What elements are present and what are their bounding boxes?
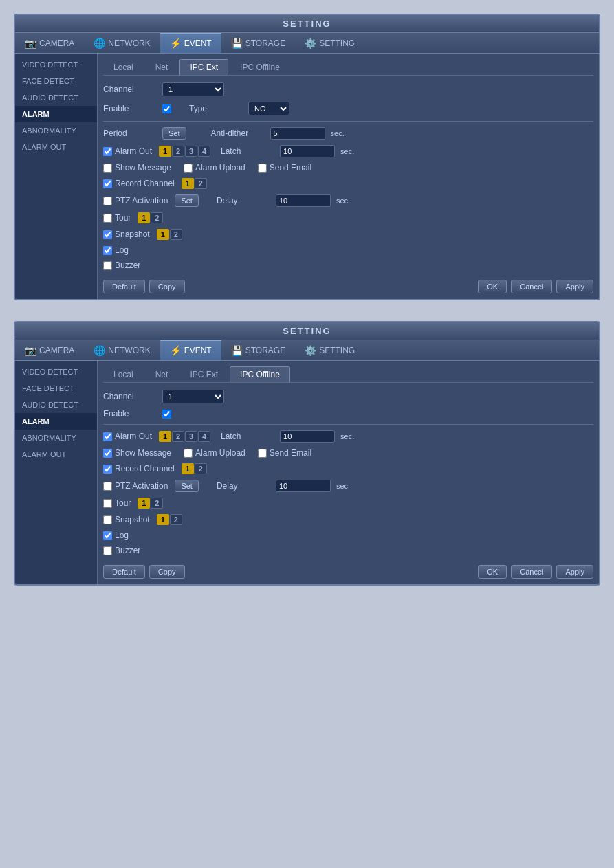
tour-num-2[interactable]: 2 (151, 212, 163, 223)
alarm-upload-checkbox[interactable] (184, 449, 193, 458)
sub-tab-net[interactable]: Net (145, 366, 179, 382)
sidebar-item-alarm[interactable]: ALARM (15, 106, 97, 122)
channel-select[interactable]: 1 (162, 390, 224, 403)
default-button[interactable]: Default (103, 565, 145, 579)
nav-tab-camera[interactable]: 📷 CAMERA (15, 34, 84, 53)
period-set-button[interactable]: Set (162, 127, 186, 140)
ptz-label[interactable]: PTZ Activation (103, 481, 168, 491)
record-num-2[interactable]: 2 (195, 178, 207, 189)
alarm-out-num-4[interactable]: 4 (198, 431, 210, 442)
tour-label[interactable]: Tour (103, 498, 131, 508)
record-channel-checkbox[interactable] (103, 465, 112, 474)
apply-button[interactable]: Apply (556, 280, 593, 293)
snapshot-num-2[interactable]: 2 (170, 229, 182, 240)
ptz-checkbox[interactable] (103, 197, 112, 205)
ptz-set-button[interactable]: Set (175, 194, 199, 207)
sidebar-item-alarm-out[interactable]: ALARM OUT (15, 139, 97, 155)
alarm-out-num-1[interactable]: 1 (159, 431, 171, 442)
ok-button[interactable]: OK (478, 280, 507, 293)
log-checkbox[interactable] (103, 531, 112, 540)
sidebar-item-audio-detect[interactable]: AUDIO DETECT (15, 397, 97, 413)
tour-checkbox[interactable] (103, 214, 112, 223)
tour-checkbox[interactable] (103, 499, 112, 508)
ok-button[interactable]: OK (478, 565, 507, 579)
log-label[interactable]: Log (103, 245, 129, 255)
send-email-checkbox[interactable] (258, 449, 267, 458)
type-select[interactable]: NO (248, 102, 289, 115)
nav-tab-network[interactable]: 🌐 NETWORK (84, 34, 160, 53)
sidebar-item-video-detect[interactable]: VIDEO DETECT (15, 364, 97, 380)
sub-tab-ipc-offline[interactable]: IPC Offline (230, 59, 290, 75)
alarm-out-num-2[interactable]: 2 (172, 431, 184, 442)
sidebar-item-abnormality[interactable]: ABNORMALITY (15, 430, 97, 446)
sidebar-item-face-detect[interactable]: FACE DETECT (15, 380, 97, 397)
alarm-out-checkbox-label[interactable]: Alarm Out (103, 146, 152, 156)
buzzer-checkbox[interactable] (103, 546, 112, 555)
sidebar-item-alarm[interactable]: ALARM (15, 413, 97, 430)
snapshot-checkbox[interactable] (103, 515, 112, 524)
sidebar-item-face-detect[interactable]: FACE DETECT (15, 73, 97, 89)
latch-input[interactable] (280, 430, 335, 443)
latch-input[interactable] (280, 145, 335, 157)
delay-input[interactable] (276, 480, 331, 492)
tour-label[interactable]: Tour (103, 213, 131, 223)
default-button[interactable]: Default (103, 280, 145, 293)
alarm-out-num-2[interactable]: 2 (172, 146, 184, 157)
record-num-2[interactable]: 2 (195, 463, 207, 474)
nav-tab-camera[interactable]: 📷 CAMERA (15, 341, 84, 360)
anti-dither-input[interactable] (270, 127, 325, 140)
alarm-out-checkbox[interactable] (103, 147, 112, 156)
alarm-out-num-1[interactable]: 1 (159, 146, 171, 157)
alarm-out-num-3[interactable]: 3 (185, 431, 197, 442)
buzzer-label[interactable]: Buzzer (103, 260, 140, 270)
alarm-out-checkbox[interactable] (103, 432, 112, 441)
record-num-1[interactable]: 1 (182, 463, 194, 474)
show-message-label[interactable]: Show Message (103, 163, 171, 173)
record-channel-checkbox[interactable] (103, 179, 112, 188)
nav-tab-storage[interactable]: 💾 STORAGE (221, 34, 295, 53)
buzzer-label[interactable]: Buzzer (103, 546, 140, 555)
tour-num-1[interactable]: 1 (138, 498, 150, 509)
sidebar-item-video-detect[interactable]: VIDEO DETECT (15, 56, 97, 73)
snapshot-label[interactable]: Snapshot (103, 230, 150, 239)
sidebar-item-alarm-out[interactable]: ALARM OUT (15, 446, 97, 463)
nav-tab-network[interactable]: 🌐 NETWORK (84, 341, 160, 360)
buzzer-checkbox[interactable] (103, 261, 112, 270)
record-num-1[interactable]: 1 (182, 178, 194, 189)
enable-checkbox[interactable] (162, 104, 171, 113)
show-message-checkbox[interactable] (103, 164, 112, 173)
apply-button[interactable]: Apply (556, 565, 593, 579)
channel-select[interactable]: 1 (162, 82, 224, 96)
send-email-checkbox[interactable] (258, 164, 267, 173)
snapshot-num-2[interactable]: 2 (170, 514, 182, 525)
sidebar-item-audio-detect[interactable]: AUDIO DETECT (15, 89, 97, 106)
snapshot-checkbox[interactable] (103, 230, 112, 239)
alarm-upload-checkbox[interactable] (184, 164, 193, 173)
alarm-out-num-3[interactable]: 3 (185, 146, 197, 157)
copy-button[interactable]: Copy (149, 565, 185, 579)
alarm-upload-label[interactable]: Alarm Upload (184, 448, 245, 458)
ptz-checkbox[interactable] (103, 482, 112, 491)
sub-tab-ipc-ext[interactable]: IPC Ext (179, 59, 228, 75)
tour-num-2[interactable]: 2 (151, 498, 163, 509)
sub-tab-ipc-offline[interactable]: IPC Offline (230, 366, 290, 382)
log-checkbox[interactable] (103, 246, 112, 255)
sub-tab-local[interactable]: Local (103, 366, 144, 382)
snapshot-num-1[interactable]: 1 (157, 229, 169, 240)
nav-tab-event[interactable]: ⚡ EVENT (160, 33, 221, 53)
sub-tab-local[interactable]: Local (103, 59, 144, 75)
sub-tab-net[interactable]: Net (145, 59, 179, 75)
alarm-out-num-4[interactable]: 4 (198, 146, 210, 157)
send-email-label[interactable]: Send Email (258, 163, 311, 173)
send-email-label[interactable]: Send Email (258, 448, 311, 458)
nav-tab-event[interactable]: ⚡ EVENT (160, 340, 221, 360)
record-channel-label[interactable]: Record Channel (103, 179, 175, 188)
cancel-button[interactable]: Cancel (511, 280, 552, 293)
enable-checkbox[interactable] (162, 410, 171, 419)
tour-num-1[interactable]: 1 (138, 212, 150, 223)
alarm-upload-label[interactable]: Alarm Upload (184, 163, 245, 173)
alarm-out-checkbox-label[interactable]: Alarm Out (103, 432, 152, 441)
snapshot-num-1[interactable]: 1 (157, 514, 169, 525)
copy-button[interactable]: Copy (149, 280, 185, 293)
log-label[interactable]: Log (103, 531, 129, 540)
